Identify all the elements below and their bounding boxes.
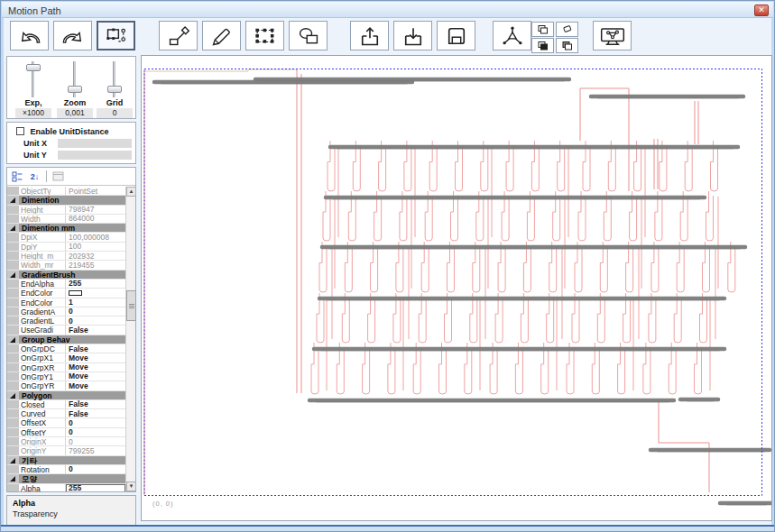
property-row[interactable]: DpiY100 [7, 243, 125, 252]
property-value[interactable]: Move [66, 372, 125, 381]
property-category-row[interactable]: Polygon [7, 391, 125, 400]
projector-button[interactable] [593, 21, 632, 50]
property-value[interactable]: False [66, 326, 125, 334]
property-value[interactable] [66, 289, 125, 297]
save-button[interactable] [437, 21, 475, 50]
property-category-row[interactable]: Dimention [7, 196, 125, 205]
property-row[interactable]: EndAlpha255 [7, 280, 125, 289]
property-value[interactable]: 100,000008 [66, 233, 125, 241]
property-category-row[interactable]: Dimention mm [7, 224, 125, 233]
title-bar[interactable]: Motion Path ✕ [2, 2, 773, 18]
property-pages-button[interactable] [51, 170, 66, 183]
property-row[interactable]: ClosedFalse [7, 400, 125, 409]
import-button[interactable] [393, 21, 432, 50]
property-category-row[interactable]: 기타 [7, 456, 125, 465]
property-row[interactable]: OffsetY0 [7, 428, 125, 437]
property-row[interactable]: OnGrpYRMove [7, 381, 125, 390]
motion-path-drawing[interactable] [142, 56, 771, 520]
property-row[interactable]: DpiX100,000008 [7, 233, 125, 242]
property-row[interactable]: GradientL0 [7, 316, 125, 326]
property-value[interactable]: 255 [66, 280, 125, 288]
scrollbar-thumb[interactable] [126, 290, 136, 321]
select-tool-button[interactable] [245, 21, 284, 50]
property-value[interactable]: 0 [66, 428, 125, 436]
property-value[interactable]: Move [66, 381, 125, 390]
property-value[interactable]: Move [66, 363, 125, 371]
exp-slider-thumb[interactable] [26, 64, 41, 71]
property-value[interactable]: 798947 [66, 206, 125, 214]
property-row[interactable]: Rotation0 [7, 465, 125, 474]
property-row[interactable]: GradientA0 [7, 307, 125, 316]
property-row[interactable]: Height798947 [7, 206, 125, 215]
property-value[interactable]: 0 [66, 465, 125, 473]
property-value[interactable]: PointSet [66, 187, 125, 195]
exp-slider[interactable]: Exp, ×1000 [13, 57, 54, 118]
property-category-row[interactable]: Group Behav [7, 335, 125, 344]
property-category-row[interactable]: GradientBrush [7, 271, 125, 280]
property-value[interactable]: 0 [66, 418, 125, 427]
edit-points-button[interactable] [97, 21, 135, 50]
property-value[interactable]: False [66, 409, 125, 417]
category-expander[interactable] [7, 335, 19, 344]
categorized-view-button[interactable] [10, 170, 25, 183]
property-row[interactable]: EndColor1 [7, 298, 125, 307]
category-expander[interactable] [7, 456, 19, 464]
category-expander[interactable] [7, 196, 19, 204]
property-row[interactable]: Alpha255 [7, 484, 125, 492]
property-row[interactable]: CurvedFalse [7, 409, 125, 418]
property-row[interactable]: UseGradiFalse [7, 326, 125, 335]
eraser-button[interactable] [556, 22, 578, 37]
property-row[interactable]: Height_m202932 [7, 252, 125, 261]
axis-3d-button[interactable] [493, 21, 531, 50]
export-button[interactable] [350, 21, 389, 50]
property-grid-scrollbar[interactable]: ▲ ▼ [125, 187, 135, 491]
property-value[interactable]: 0 [66, 316, 125, 325]
zoom-slider-thumb[interactable] [68, 86, 82, 93]
enable-unitdistance-checkbox[interactable] [16, 127, 24, 135]
property-value[interactable]: 202932 [66, 252, 125, 260]
category-expander[interactable] [7, 271, 19, 279]
property-value[interactable]: False [66, 344, 125, 353]
property-row[interactable]: OriginX0 [7, 437, 125, 446]
property-row[interactable]: Width_mr219455 [7, 261, 125, 270]
polyline-tool-button[interactable] [159, 21, 198, 50]
property-value[interactable]: False [66, 400, 125, 408]
property-value[interactable]: 255 [66, 484, 125, 492]
drawing-canvas[interactable]: (0, 0) [141, 55, 772, 521]
grid-slider-thumb[interactable] [107, 86, 122, 93]
property-row[interactable]: ObjectTyPointSet [7, 187, 125, 196]
property-category-row[interactable]: 모양 [7, 474, 125, 483]
undo-button[interactable] [10, 21, 49, 50]
property-row[interactable]: OffsetX0 [7, 418, 125, 427]
property-row[interactable]: OnGrpX1Move [7, 353, 125, 362]
copy-button[interactable] [531, 22, 554, 37]
property-row[interactable]: EndColor [7, 289, 125, 298]
property-value[interactable]: 100 [66, 243, 125, 251]
property-value[interactable]: Move [66, 353, 125, 362]
sort-alphabetical-button[interactable]: 2↓ [27, 170, 42, 183]
property-value[interactable]: 0 [66, 437, 125, 445]
property-row[interactable]: OnGrpDCFalse [7, 344, 125, 353]
copy-back-button[interactable] [556, 38, 578, 53]
property-value[interactable]: 864000 [66, 215, 125, 223]
unit-y-field[interactable] [58, 151, 132, 160]
property-row[interactable]: OnGrpY1Move [7, 372, 125, 381]
copy-filled-button[interactable] [531, 38, 554, 53]
close-button[interactable]: ✕ [754, 5, 769, 16]
property-row[interactable]: OriginY799255 [7, 446, 125, 455]
pencil-tool-button[interactable] [202, 21, 241, 50]
category-expander[interactable] [7, 224, 19, 232]
category-expander[interactable] [7, 474, 19, 482]
property-value[interactable]: 1 [66, 298, 125, 307]
unit-x-field[interactable] [58, 139, 132, 148]
property-row[interactable]: OnGrpXRMove [7, 363, 125, 372]
grid-slider[interactable]: Grid 0 [94, 57, 135, 118]
property-value[interactable]: 0 [66, 307, 125, 316]
shapes-tool-button[interactable] [289, 21, 328, 50]
category-expander[interactable] [7, 391, 19, 399]
property-value[interactable]: 219455 [66, 261, 125, 269]
property-value[interactable]: 799255 [66, 446, 125, 454]
property-row[interactable]: Width864000 [7, 215, 125, 224]
redo-button[interactable] [53, 21, 92, 50]
scroll-down-button[interactable]: ▼ [126, 482, 136, 491]
